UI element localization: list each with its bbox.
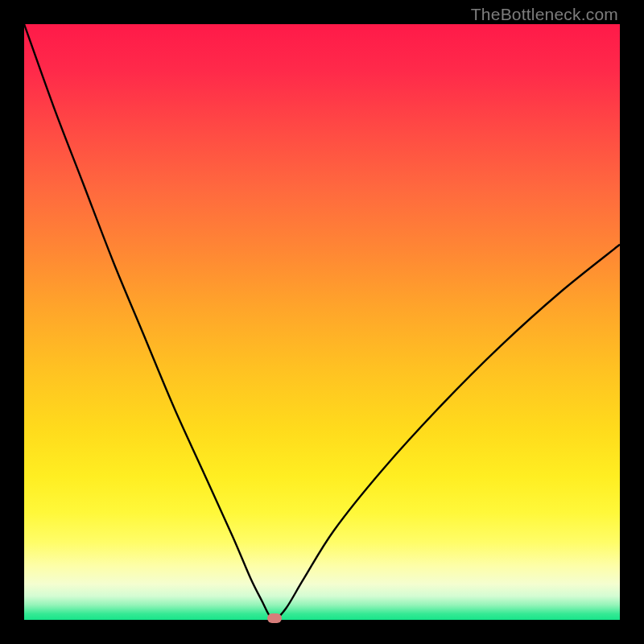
chart-area xyxy=(24,24,620,620)
optimal-marker xyxy=(267,613,282,623)
gradient-background xyxy=(24,24,620,620)
watermark-text: TheBottleneck.com xyxy=(471,5,618,24)
